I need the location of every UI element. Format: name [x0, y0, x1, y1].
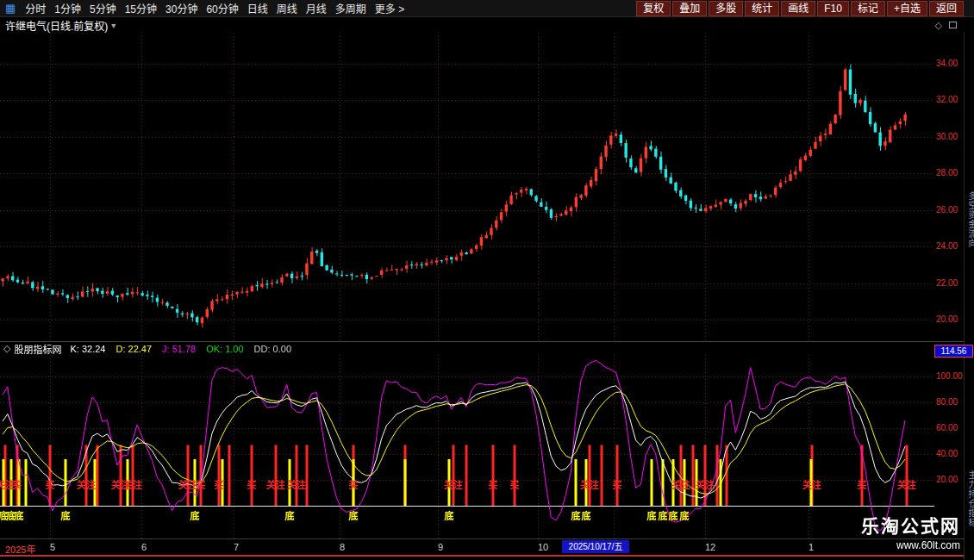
bottom-signal-label: 底 [285, 508, 295, 522]
time-axis-label[interactable]: 7 [234, 542, 239, 552]
period-item-0[interactable]: 分时 [21, 0, 50, 17]
bottom-signal-label: 底 [349, 508, 359, 522]
time-axis-label[interactable]: 5 [50, 542, 55, 552]
bottom-signal-label: 底 [445, 508, 454, 522]
action-menu: 复权叠加多股统计画线F10标记+自选返回 [636, 1, 974, 16]
symbol-title[interactable]: 许继电气(日线.前复权) [5, 18, 108, 33]
action-button-6[interactable]: 标记 [851, 1, 885, 16]
indicator-axis-label: 60.00 [936, 423, 964, 432]
buy-signal-label: 关注 [696, 477, 715, 491]
buy-signal-label: 买 [247, 477, 257, 491]
price-axis-label: 22.00 [936, 278, 964, 288]
bottom-signal-label: 底 [659, 508, 668, 522]
price-axis-label: 24.00 [936, 241, 964, 251]
time-axis-label[interactable]: 6 [141, 542, 147, 552]
indicator-axis-label: 100.00 [936, 371, 964, 381]
title-bar: 许继电气(日线.前复权) ▾ ◇ [0, 17, 964, 33]
window-bottom-border [0, 555, 974, 560]
indicator-field-4: DD: 0.00 [254, 344, 291, 354]
bottom-signal-label: 底 [190, 508, 200, 522]
indicator-name[interactable]: 股朋指标网 [14, 342, 61, 356]
price-axis-label: 28.00 [936, 168, 964, 177]
time-axis-label[interactable]: 10 [538, 542, 548, 552]
time-axis-label[interactable]: 2025年 [5, 542, 35, 556]
kdj-canvas[interactable] [0, 355, 934, 538]
action-button-2[interactable]: 多股 [709, 1, 743, 16]
time-axis: 2025年56789101212025/10/17/五 [0, 538, 964, 555]
toolbar: ▦ 分时1分钟5分钟15分钟30分钟60分钟日线周线月线多周期更多 > 复权叠加… [0, 0, 974, 17]
price-axis-label: 26.00 [936, 205, 964, 215]
side-strip-label[interactable]: 多空资金流向 [965, 191, 974, 248]
indicator-header: ◇ 股朋指标网 K: 32.24D: 22.47J: 51.78OK: 1.00… [0, 341, 964, 355]
buy-signal-label: 买 [197, 477, 206, 491]
buy-signal-label: 买 [349, 477, 359, 491]
watermark-url: www.60lt.com [861, 539, 960, 551]
candlestick-canvas[interactable] [0, 33, 934, 341]
bottom-signal-label: 底 [647, 508, 657, 522]
right-side-strip: 多空资金流向 主力持仓指标 [964, 33, 974, 560]
watermark-site-name: 乐淘公式网 [861, 512, 960, 538]
diamond-icon[interactable]: ◇ [935, 20, 942, 31]
bottom-signal-label: 底 [61, 508, 71, 522]
action-button-5[interactable]: F10 [817, 1, 849, 16]
indicator-panel: 100.0080.0060.0040.0020.00 关注买买关注关注关注关注买… [0, 355, 964, 538]
title-bar-icons: ◇ [935, 20, 957, 31]
indicator-axis-label: 80.00 [936, 397, 964, 407]
action-button-7[interactable]: +自选 [887, 1, 927, 16]
action-button-8[interactable]: 返回 [929, 1, 964, 16]
buy-signal-label: 关注 [897, 477, 916, 491]
action-button-4[interactable]: 画线 [781, 1, 815, 16]
period-menu: 分时1分钟5分钟15分钟30分钟60分钟日线周线月线多周期更多 > [21, 0, 409, 17]
buy-signal-label: 买 [613, 477, 622, 491]
bottom-signal-label: 底 [571, 508, 581, 522]
period-item-10[interactable]: 更多 > [371, 0, 409, 17]
buy-signal-label: 关注 [266, 477, 285, 491]
time-axis-label[interactable]: 12 [705, 542, 715, 552]
period-item-9[interactable]: 多周期 [331, 0, 371, 17]
indicator-field-0: K: 32.24 [70, 344, 105, 354]
buy-signal-label: 买 [510, 477, 520, 491]
buy-signal-label: 买 [13, 477, 22, 491]
indicator-max-value: 114.56 [934, 345, 973, 358]
window-icon[interactable] [949, 22, 957, 28]
buy-signal-label: 买 [858, 477, 867, 491]
action-button-3[interactable]: 统计 [745, 1, 779, 16]
bottom-signal-label: 底 [680, 508, 690, 522]
time-axis-label[interactable]: 8 [340, 542, 345, 552]
buy-signal-label: 关注 [444, 477, 463, 491]
indicator-collapse-icon[interactable]: ◇ [3, 343, 10, 354]
period-item-4[interactable]: 30分钟 [161, 0, 202, 17]
period-item-1[interactable]: 1分钟 [50, 0, 85, 17]
period-item-5[interactable]: 60分钟 [202, 0, 242, 17]
indicator-values: K: 32.24D: 22.47J: 51.78OK: 1.00DD: 0.00 [70, 344, 291, 354]
main-chart: 34.0032.0030.0028.0026.0024.0022.0020.00 [0, 33, 964, 341]
chevron-down-icon[interactable]: ▾ [111, 21, 116, 30]
indicator-field-2: J: 51.78 [162, 344, 196, 354]
period-item-6[interactable]: 日线 [243, 0, 272, 17]
side-strip-label[interactable]: 主力持仓指标 [965, 470, 974, 527]
buy-signal-label: 关注 [178, 477, 197, 491]
time-axis-label[interactable]: 9 [438, 542, 443, 552]
period-item-2[interactable]: 5分钟 [85, 0, 121, 17]
buy-signal-label: 关注 [77, 477, 96, 491]
selected-date-box[interactable]: 2025/10/17/五 [562, 540, 629, 553]
period-item-7[interactable]: 周线 [272, 0, 302, 17]
price-axis-label: 30.00 [936, 132, 964, 141]
action-button-1[interactable]: 叠加 [672, 1, 707, 16]
bottom-signal-label: 底 [15, 508, 24, 522]
tdx-window: ▦ 分时1分钟5分钟15分钟30分钟60分钟日线周线月线多周期更多 > 复权叠加… [0, 0, 974, 560]
buy-signal-label: 关注 [287, 477, 306, 491]
bottom-signal-label: 底 [582, 508, 591, 522]
period-item-3[interactable]: 15分钟 [121, 0, 161, 17]
price-axis-label: 34.00 [936, 59, 964, 68]
bottom-signal-label: 底 [669, 508, 678, 522]
buy-signal-label: 买 [215, 477, 224, 491]
price-axis-label: 32.00 [936, 95, 964, 104]
indicator-field-3: OK: 1.00 [206, 344, 243, 354]
period-item-8[interactable]: 月线 [302, 0, 331, 17]
buy-signal-label: 关注 [802, 477, 821, 491]
action-button-0[interactable]: 复权 [636, 1, 671, 16]
buy-signal-label: 关注 [580, 477, 599, 491]
app-icon[interactable]: ▦ [5, 0, 16, 17]
time-axis-label[interactable]: 1 [809, 542, 814, 552]
